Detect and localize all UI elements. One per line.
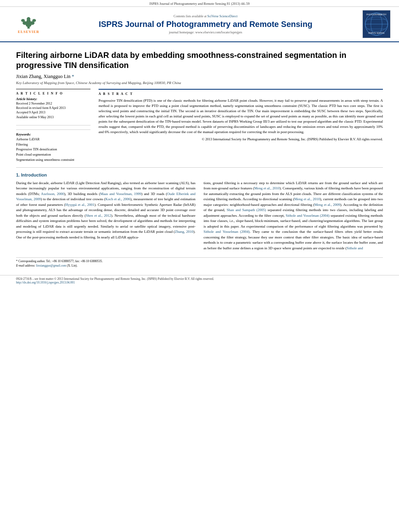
doi-link[interactable]: http://dx.doi.org/10.1016/j.isprsjprs.20… (16, 281, 75, 284)
article-info-box: A R T I C L E I N F O Article history: R… (16, 89, 90, 125)
accepted-date: Accepted 9 April 2013 (16, 110, 90, 115)
copyright-line: © 2013 International Society for Photogr… (99, 137, 383, 141)
keyword-4: Point cloud segmentation (16, 152, 90, 157)
footnote-email: E-mail address: linxiangguo@gmail.com (X… (16, 264, 383, 268)
section-1: 1. Introduction During the last decade, … (16, 173, 383, 254)
keywords-label: Keywords: (16, 132, 90, 136)
doi-line: http://dx.doi.org/10.1016/j.isprsjprs.20… (16, 281, 383, 284)
ref-axelsson-2000[interactable]: Axelsson, 2000 (41, 192, 64, 196)
svg-point-7 (32, 19, 36, 22)
footnote-section: * Corresponding author. Tel.: +86 10 638… (16, 257, 383, 268)
ref-sithole-2004b[interactable]: Sithole and Vosselman (2004) (204, 230, 250, 234)
ref-meng-2010a[interactable]: Meng et al., 2010 (254, 186, 280, 190)
ref-hyyppa-2001[interactable]: Hyyppä et al., 2001 (65, 203, 95, 207)
sciverse-link[interactable]: SciVerse ScienceDirect (208, 14, 238, 18)
journal-title: ISPRS Journal of Photogrammetry and Remo… (55, 20, 356, 29)
abstract-label: A B S T R A C T (99, 92, 383, 96)
abstract-col: A B S T R A C T Progressive TIN densific… (99, 89, 383, 162)
section-divider (16, 167, 383, 168)
ref-zhang-2010[interactable]: Zhang, 2010 (175, 230, 193, 234)
article-info-col: A R T I C L E I N F O Article history: R… (16, 89, 90, 162)
main-content: Filtering airborne LiDAR data by embeddi… (0, 42, 399, 272)
keyword-3: Progressive TIN densification (16, 147, 90, 152)
header-left: ELSEVIER (6, 14, 51, 34)
article-info-label: A R T I C L E I N F O (16, 92, 90, 95)
ref-shan-2005[interactable]: Shan and Sampath (2005) (227, 208, 266, 212)
journal-logo-image: PHOTOGRAMMETRY REMOTE SENSING (363, 10, 390, 38)
keywords-section: Keywords: Airborne LiDAR Filtering Progr… (16, 129, 90, 162)
keyword-5: Segmentation using smoothness constraint (16, 157, 90, 162)
revised-date: Received in revised form 8 April 2013 (16, 106, 90, 110)
intro-left-para-1: During the last decade, airborne LiDAR (… (16, 181, 195, 240)
issn-line: 0924-2716/$ – see front matter © 2013 In… (16, 277, 383, 281)
section-title: Introduction (21, 173, 47, 177)
ref-koch-2006[interactable]: Koch et al., 2006 (105, 197, 130, 201)
svg-text:PHOTOGRAMMETRY: PHOTOGRAMMETRY (366, 13, 387, 16)
intro-right-para-1: tions, ground filtering is a necessary s… (204, 181, 383, 251)
corresponding-star: * (72, 74, 74, 79)
ref-shen-2012[interactable]: Shen et al., 2012 (86, 214, 111, 218)
ref-maas-1999[interactable]: Maas and Vosselman, 1999 (100, 192, 141, 196)
author-xiangguo: Xiangguo Lin (43, 74, 72, 79)
received-date: Received 2 November 2012 (16, 101, 90, 106)
author-jixian: Jixian Zhang, (16, 74, 43, 79)
abstract-box: A B S T R A C T Progressive TIN densific… (99, 89, 383, 141)
intro-left-col: During the last decade, airborne LiDAR (… (16, 181, 195, 254)
available-date: Available online 9 May 2013 (16, 115, 90, 119)
elsevier-logo: ELSEVIER (10, 14, 47, 34)
info-abstract-section: A R T I C L E I N F O Article history: R… (16, 89, 383, 162)
svg-text:REMOTE SENSING: REMOTE SENSING (368, 32, 385, 34)
ref-meng-2010b[interactable]: Meng et al., 2010 (294, 197, 320, 201)
article-title: Filtering airborne LiDAR data by embeddi… (16, 50, 383, 70)
journal-citation: ISPRS Journal of Photogrammetry and Remo… (149, 2, 249, 6)
svg-point-6 (21, 19, 25, 22)
email-link[interactable]: linxiangguo@gmail.com (36, 264, 66, 267)
sciverse-line: Contents lists available at SciVerse Sci… (55, 14, 356, 18)
intro-right-col: tions, ground filtering is a necessary s… (204, 181, 383, 254)
elsevier-wordmark: ELSEVIER (18, 30, 39, 34)
header-center: Contents lists available at SciVerse Sci… (51, 14, 360, 34)
footnote-corresponding: * Corresponding author. Tel.: +86 10 638… (16, 259, 383, 264)
bottom-bar: 0924-2716/$ – see front matter © 2013 In… (0, 275, 399, 286)
ref-meng-2009[interactable]: Meng et al., 2009 (315, 203, 340, 207)
affiliation: Key Laboratory of Mapping from Space, Ch… (16, 81, 383, 85)
history-label: Article history: (16, 97, 90, 101)
intro-two-col: During the last decade, airborne LiDAR (… (16, 181, 383, 254)
top-bar: ISPRS Journal of Photogrammetry and Remo… (0, 0, 399, 7)
ref-sithole-and[interactable]: Sithole and (347, 246, 363, 250)
history-group: Article history: Received 2 November 201… (16, 97, 90, 119)
journal-homepage: journal homepage: www.elsevier.com/locat… (55, 30, 356, 34)
section-number: 1. (16, 173, 20, 177)
header-right: PHOTOGRAMMETRY REMOTE SENSING (360, 10, 393, 38)
abstract-text: Progressive TIN densification (PTD) is o… (99, 98, 383, 135)
ref-sithole-2004a[interactable]: Sithole and Vosselman (2004) (286, 214, 329, 218)
keyword-1: Airborne LiDAR (16, 137, 90, 142)
journal-header: ELSEVIER Contents lists available at Sci… (0, 7, 399, 42)
keyword-2: Filtering (16, 142, 90, 147)
section-1-heading: 1. Introduction (16, 173, 383, 177)
svg-point-3 (27, 17, 30, 21)
elsevier-tree-icon (16, 15, 41, 29)
authors-line: Jixian Zhang, Xiangguo Lin * (16, 74, 383, 80)
journal-logo-box: PHOTOGRAMMETRY REMOTE SENSING (362, 10, 391, 38)
